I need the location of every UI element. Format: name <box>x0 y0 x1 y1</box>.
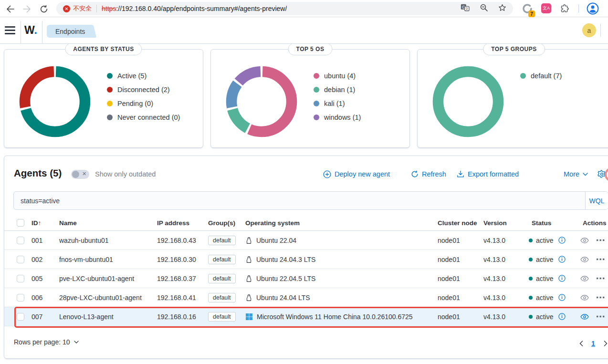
column-header-version[interactable]: Version <box>483 215 507 230</box>
agent-version: v4.13.0 <box>483 250 505 269</box>
rows-per-page-selector[interactable]: Rows per page: 10 <box>14 338 79 346</box>
view-agent-eye-icon[interactable] <box>580 307 589 326</box>
agent-group-chip[interactable]: default <box>208 288 236 307</box>
status-info-icon[interactable] <box>558 237 566 244</box>
row-actions-menu-icon[interactable] <box>597 269 605 288</box>
legend-item-default[interactable]: default (7) <box>520 69 562 83</box>
column-header-status[interactable]: Status <box>532 215 551 230</box>
toggle-knob <box>72 171 79 178</box>
legend-item-ubuntu[interactable]: ubuntu (4) <box>314 69 361 83</box>
row-actions-menu-icon[interactable] <box>597 231 605 250</box>
status-info-icon[interactable] <box>558 313 566 320</box>
legend-item-kali[interactable]: kali (1) <box>314 96 361 110</box>
legend-item-Disconnected[interactable]: Disconnected (2) <box>107 83 180 96</box>
breadcrumb[interactable]: Endpoints <box>47 25 92 38</box>
top5-os-donut[interactable] <box>226 66 297 137</box>
wazuh-logo[interactable]: W. <box>24 24 37 37</box>
table-row-agent-005[interactable]: 005pve-LXC-ubuntu01-agent192.168.0.37def… <box>4 269 608 288</box>
row-checkbox[interactable] <box>17 269 24 288</box>
agent-group-chip[interactable]: default <box>208 250 236 269</box>
windows-icon <box>245 313 253 321</box>
agent-os: Ubuntu 22.04 <box>245 231 296 250</box>
bookmark-star-icon[interactable] <box>498 4 506 14</box>
page-1-button[interactable]: 1 <box>587 337 599 350</box>
row-actions-menu-icon[interactable] <box>597 288 605 307</box>
agent-cluster-node: node01 <box>438 231 460 250</box>
column-header-cluster-node[interactable]: Cluster node <box>438 215 477 230</box>
column-header-actions[interactable]: Actions <box>583 215 607 230</box>
column-header-operating-system[interactable]: Operating system <box>245 215 300 230</box>
row-checkbox[interactable] <box>17 307 24 326</box>
status-info-icon[interactable] <box>558 294 566 301</box>
legend-item-windows[interactable]: windows (1) <box>314 110 361 124</box>
agent-status: active <box>529 288 566 307</box>
table-row-agent-006[interactable]: 00628pve-LXC-ubuntu01-agent192.168.0.41d… <box>4 288 608 307</box>
prev-page-button[interactable] <box>575 337 587 350</box>
agent-group-chip[interactable]: default <box>208 231 236 250</box>
translate-page-icon[interactable]: G文 <box>461 4 470 14</box>
linux-icon <box>245 294 252 302</box>
header-divider <box>600 24 601 37</box>
donut-segment-default[interactable] <box>438 72 498 132</box>
refresh-icon <box>411 170 419 178</box>
agent-group-chip[interactable]: default <box>208 307 236 326</box>
select-all-checkbox[interactable] <box>17 215 24 230</box>
agent-cluster-node: node01 <box>438 250 460 269</box>
row-actions-menu-icon[interactable] <box>597 307 605 326</box>
show-outdated-toggle[interactable]: ✕ <box>71 170 89 179</box>
menu-icon[interactable] <box>5 26 15 35</box>
extension-icon[interactable]: 7 <box>522 3 533 16</box>
column-header-id[interactable]: ID ↑ <box>31 215 41 230</box>
avatar[interactable]: a <box>582 23 596 37</box>
row-checkbox[interactable] <box>17 231 24 250</box>
zoom-out-icon[interactable] <box>480 4 488 13</box>
table-row-agent-007[interactable]: 007Lenovo-L13-agent192.168.0.16defaultMi… <box>4 307 608 326</box>
view-agent-eye-icon[interactable] <box>580 231 589 250</box>
translate-extension-icon[interactable]: 文A <box>541 3 551 13</box>
row-actions-menu-icon[interactable] <box>597 250 605 269</box>
deploy-new-agent-button[interactable]: Deploy new agent <box>323 169 390 179</box>
row-checkbox[interactable] <box>17 288 24 307</box>
export-formatted-button[interactable]: Export formatted <box>457 169 519 179</box>
status-dot <box>529 277 533 281</box>
profile-icon[interactable] <box>587 2 599 17</box>
column-header-name[interactable]: Name <box>59 215 77 230</box>
legend-dot <box>314 87 319 93</box>
more-button[interactable]: More <box>564 169 588 179</box>
legend-item-Pending[interactable]: Pending (0) <box>107 96 180 110</box>
column-header-group-s-[interactable]: Group(s) <box>208 215 235 230</box>
view-agent-eye-icon[interactable] <box>580 269 589 288</box>
status-info-icon[interactable] <box>558 256 566 263</box>
not-secure-icon[interactable]: ✕ <box>63 5 70 12</box>
table-row-agent-001[interactable]: 001wazuh-ubuntu01192.168.0.43defaultUbun… <box>4 231 608 250</box>
linux-icon <box>245 256 252 263</box>
column-header-ip-address[interactable]: IP address <box>157 215 189 230</box>
legend-item-Never connected[interactable]: Never connected (0) <box>107 110 180 124</box>
top5-groups-donut[interactable] <box>432 66 504 137</box>
agent-group-chip[interactable]: default <box>208 269 236 288</box>
legend-dot <box>107 87 113 93</box>
row-checkbox[interactable] <box>17 250 24 269</box>
agents-by-status-donut[interactable] <box>19 66 91 137</box>
extensions-puzzle-icon[interactable] <box>560 4 569 15</box>
next-page-button[interactable] <box>599 337 608 350</box>
forward-icon[interactable] <box>21 3 32 15</box>
url-text[interactable]: https://192.168.0.40/app/endpoints-summa… <box>102 5 287 12</box>
agent-status: active <box>529 269 566 288</box>
search-input[interactable]: status=active <box>14 192 585 209</box>
legend-item-Active[interactable]: Active (5) <box>107 69 180 83</box>
view-agent-eye-icon[interactable] <box>580 288 589 307</box>
address-bar[interactable]: ✕ 不安全 https://192.168.0.40/app/endpoints… <box>56 2 513 15</box>
reload-icon[interactable] <box>38 3 50 15</box>
status-info-icon[interactable] <box>558 275 566 282</box>
agent-cluster-node: node01 <box>438 269 460 288</box>
wql-button[interactable]: WQL <box>585 192 608 209</box>
not-secure-label[interactable]: 不安全 <box>73 4 92 13</box>
back-icon[interactable] <box>5 3 16 15</box>
header-divider <box>42 21 42 43</box>
refresh-button[interactable]: Refresh <box>411 169 446 179</box>
table-row-agent-002[interactable]: 002fnos-vm-ubuntu01192.168.0.30defaultUb… <box>4 250 608 269</box>
view-agent-eye-icon[interactable] <box>580 250 589 269</box>
toolbar-divider <box>578 4 579 13</box>
legend-item-debian[interactable]: debian (1) <box>314 83 361 96</box>
